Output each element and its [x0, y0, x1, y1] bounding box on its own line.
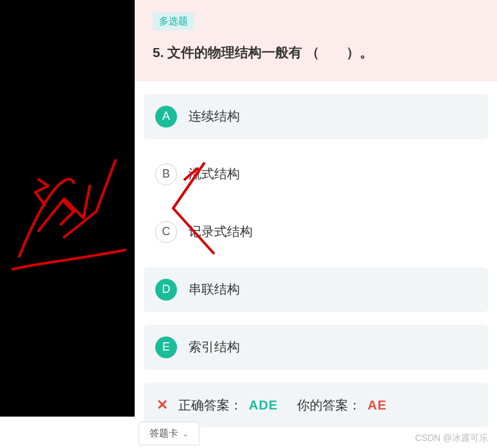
option-a[interactable]: A 连续结构: [144, 94, 488, 139]
option-d-text: 串联结构: [189, 281, 240, 298]
option-d[interactable]: D 串联结构: [144, 267, 488, 312]
chevron-down-icon: ⌄: [182, 429, 189, 438]
option-e-badge: E: [155, 336, 177, 358]
option-a-text: 连续结构: [189, 108, 240, 125]
question-type-tag: 多选题: [153, 13, 194, 30]
question-title: 5. 文件的物理结构一般有 （ ）。: [153, 42, 479, 63]
your-answer-value: AE: [367, 398, 387, 413]
question-header: 多选题 5. 文件的物理结构一般有 （ ）。: [135, 0, 497, 81]
option-a-badge: A: [155, 106, 177, 128]
correct-answer-value: ADE: [249, 398, 278, 413]
watermark-text: CSDN @冰露可乐: [415, 433, 488, 444]
option-e-text: 索引结构: [189, 338, 240, 356]
option-b-text: 流式结构: [189, 165, 240, 183]
your-answer-label: 你的答案：: [297, 397, 361, 414]
answer-row: ✕ 正确答案： ADE 你的答案： AE: [156, 397, 475, 414]
option-b-badge: B: [155, 163, 177, 185]
wrong-icon: ✕: [156, 397, 168, 413]
option-e[interactable]: E 索引结构: [144, 325, 488, 370]
option-d-badge: D: [155, 279, 177, 301]
option-c[interactable]: C 记录式结构: [144, 210, 488, 254]
left-black-area: [0, 0, 135, 417]
option-c-badge: C: [155, 221, 177, 243]
option-b[interactable]: B 流式结构: [144, 152, 488, 197]
option-c-text: 记录式结构: [189, 223, 253, 240]
answer-panel: ✕ 正确答案： ADE 你的答案： AE: [144, 383, 488, 427]
answer-card-label: 答题卡: [149, 427, 178, 440]
correct-answer-label: 正确答案：: [178, 397, 242, 414]
options-list: A 连续结构 B 流式结构 C 记录式结构 D 串联结构 E 索引结构: [135, 81, 497, 370]
answer-card-button[interactable]: 答题卡 ⌄: [139, 422, 199, 445]
question-panel: 多选题 5. 文件的物理结构一般有 （ ）。 A 连续结构 B 流式结构 C 记…: [135, 0, 497, 448]
